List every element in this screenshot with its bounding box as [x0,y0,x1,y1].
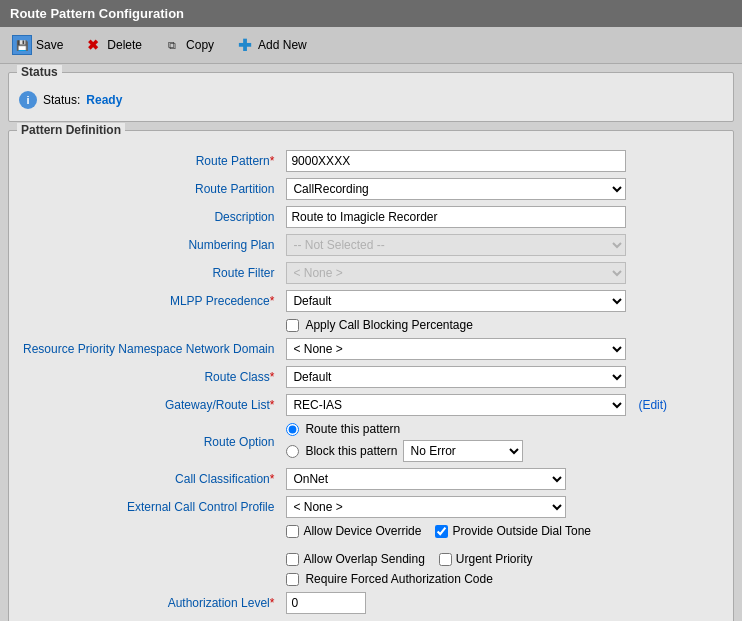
mlpp-row: MLPP Precedence* Default [19,287,723,315]
save-label: Save [36,38,63,52]
add-new-icon: ✚ [234,35,254,55]
status-legend: Status [17,65,62,79]
urgent-priority-label: Urgent Priority [456,552,533,566]
urgent-priority-checkbox[interactable] [439,553,452,566]
add-new-label: Add New [258,38,307,52]
delete-button[interactable]: ✖ Delete [79,33,146,57]
allow-overlap-sending-label: Allow Overlap Sending [303,552,424,566]
add-new-button[interactable]: ✚ Add New [230,33,311,57]
provide-outside-dial-tone-label: Provide Outside Dial Tone [452,524,591,538]
info-icon: i [19,91,37,109]
allow-overlap-sending-checkbox[interactable] [286,553,299,566]
checkbox-group-row-1: Allow Device Override Provide Outside Di… [286,524,719,566]
status-label: Status: [43,93,80,107]
gateway-route-label: Gateway/Route List* [19,391,282,419]
route-pattern-input[interactable] [286,150,626,172]
external-call-control-select[interactable]: < None > [286,496,566,518]
copy-label: Copy [186,38,214,52]
auth-level-input[interactable] [286,592,366,614]
mlpp-select[interactable]: Default [286,290,626,312]
external-call-control-label: External Call Control Profile [19,493,282,521]
block-this-pattern-radio[interactable] [286,445,299,458]
apply-call-blocking-label: Apply Call Blocking Percentage [305,318,472,332]
route-class-select[interactable]: Default [286,366,626,388]
description-row: Description [19,203,723,231]
delete-label: Delete [107,38,142,52]
copy-icon: ⧉ [162,35,182,55]
route-this-pattern-row: Route this pattern [286,422,719,436]
route-partition-select[interactable]: CallRecording [286,178,626,200]
route-pattern-row: Route Pattern* [19,147,723,175]
block-this-pattern-label: Block this pattern [305,444,397,458]
resource-priority-label: Resource Priority Namespace Network Doma… [19,335,282,363]
require-forced-auth-checkbox[interactable] [286,573,299,586]
status-value: Ready [86,93,122,107]
route-this-pattern-label: Route this pattern [305,422,400,436]
pattern-legend: Pattern Definition [17,123,125,137]
mlpp-label: MLPP Precedence* [19,287,282,315]
route-class-row: Route Class* Default [19,363,723,391]
status-section: Status i Status: Ready [8,72,734,122]
gateway-route-row: Gateway/Route List* REC-IAS (Edit) [19,391,723,419]
apply-call-blocking-checkbox-row: Apply Call Blocking Percentage [286,318,719,332]
resource-priority-row: Resource Priority Namespace Network Doma… [19,335,723,363]
provide-outside-dial-tone-item: Provide Outside Dial Tone [435,524,591,538]
route-pattern-label: Route Pattern* [19,147,282,175]
form-table: Route Pattern* Route Partition CallRecor… [19,147,723,621]
delete-icon: ✖ [83,35,103,55]
toolbar: 💾 Save ✖ Delete ⧉ Copy ✚ Add New [0,27,742,64]
edit-link[interactable]: (Edit) [638,398,667,412]
route-filter-label: Route Filter [19,259,282,287]
require-forced-auth-row: Require Forced Authorization Code [19,569,723,589]
allow-device-override-item: Allow Device Override [286,524,421,538]
require-client-matter-row: Require Client Matter Code [19,617,723,621]
title-bar: Route Pattern Configuration [0,0,742,27]
pattern-definition-section: Pattern Definition Route Pattern* Route … [8,130,734,621]
require-forced-auth-label: Require Forced Authorization Code [305,572,492,586]
apply-call-blocking-row: Apply Call Blocking Percentage [19,315,723,335]
allow-device-override-checkbox[interactable] [286,525,299,538]
copy-button[interactable]: ⧉ Copy [158,33,218,57]
allow-device-override-label: Allow Device Override [303,524,421,538]
route-class-label: Route Class* [19,363,282,391]
resource-priority-select[interactable]: < None > [286,338,626,360]
description-input[interactable] [286,206,626,228]
route-this-pattern-radio[interactable] [286,423,299,436]
page-title: Route Pattern Configuration [10,6,184,21]
status-row: i Status: Ready [19,87,723,113]
provide-outside-dial-tone-checkbox[interactable] [435,525,448,538]
require-forced-auth-checkbox-row: Require Forced Authorization Code [286,572,719,586]
apply-call-blocking-checkbox[interactable] [286,319,299,332]
save-button[interactable]: 💾 Save [8,33,67,57]
call-classification-select[interactable]: OnNet [286,468,566,490]
gateway-route-select[interactable]: REC-IAS [286,394,626,416]
call-classification-row: Call Classification* OnNet [19,465,723,493]
checkboxes-row-1: Allow Device Override Provide Outside Di… [19,521,723,569]
block-error-select[interactable]: No Error [403,440,523,462]
numbering-plan-row: Numbering Plan -- Not Selected -- [19,231,723,259]
save-icon: 💾 [12,35,32,55]
auth-level-row: Authorization Level* [19,589,723,617]
allow-overlap-sending-item: Allow Overlap Sending [286,552,424,566]
auth-level-label: Authorization Level* [19,589,282,617]
route-option-radios: Route this pattern Block this pattern No… [286,422,719,462]
route-filter-select[interactable]: < None > [286,262,626,284]
route-partition-label: Route Partition [19,175,282,203]
external-call-control-row: External Call Control Profile < None > [19,493,723,521]
numbering-plan-label: Numbering Plan [19,231,282,259]
block-this-pattern-row: Block this pattern No Error [286,440,719,462]
route-partition-row: Route Partition CallRecording [19,175,723,203]
description-label: Description [19,203,282,231]
call-classification-label: Call Classification* [19,465,282,493]
numbering-plan-select[interactable]: -- Not Selected -- [286,234,626,256]
urgent-priority-item: Urgent Priority [439,552,533,566]
route-option-label: Route Option [19,419,282,465]
route-option-row: Route Option Route this pattern Block th… [19,419,723,465]
route-filter-row: Route Filter < None > [19,259,723,287]
